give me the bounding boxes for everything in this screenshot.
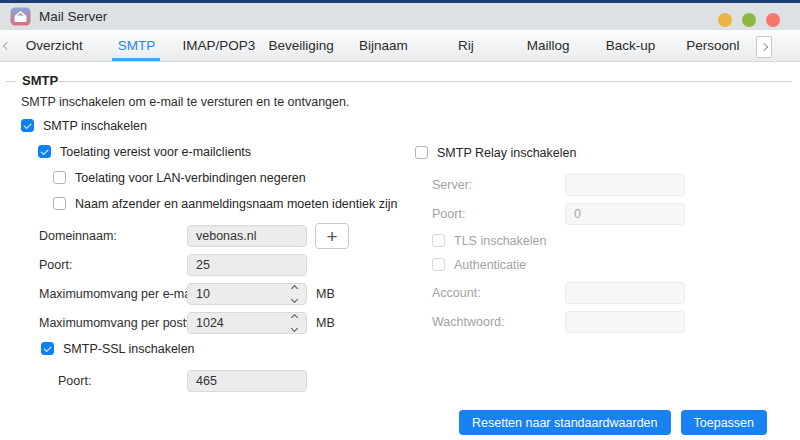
check-icon (44, 344, 51, 351)
relay-tls-row: TLS inschakelen (432, 234, 790, 247)
sender-match-row: Naam afzender en aanmeldingsnaam moeten … (53, 197, 406, 210)
tab-backup[interactable]: Back-up (589, 30, 671, 61)
mail-server-window: Mail Server Overzicht SMTP IMAP/POP3 Bev… (0, 3, 800, 440)
tab-bar: Overzicht SMTP IMAP/POP3 Beveiliging Bij… (0, 30, 800, 62)
relay-port-row: Poort: (415, 201, 790, 227)
plus-icon: + (326, 227, 337, 246)
enable-ssl-checkbox[interactable] (41, 342, 54, 355)
relay-tls-label: TLS inschakelen (454, 234, 546, 248)
tab-bijnaam[interactable]: Bijnaam (342, 30, 424, 61)
max-mailbox-size-spinner[interactable] (288, 315, 300, 331)
auth-required-row: Toelating vereist voor e-mailclients (38, 145, 406, 158)
max-mailbox-size-row: Maximumomvang per postvak: MB (21, 310, 406, 336)
domain-input[interactable] (187, 225, 307, 247)
skip-lan-auth-checkbox[interactable] (53, 171, 66, 184)
close-button[interactable] (766, 13, 780, 27)
auth-required-checkbox[interactable] (38, 145, 51, 158)
tab-smtp[interactable]: SMTP (95, 30, 177, 61)
chevron-left-icon (3, 41, 11, 49)
enable-relay-row: SMTP Relay inschakelen (415, 146, 790, 159)
check-icon (41, 147, 48, 154)
sender-match-label: Naam afzender en aanmeldingsnaam moeten … (75, 197, 397, 211)
section-legend: SMTP (0, 73, 800, 89)
relay-port-input[interactable] (565, 203, 685, 225)
tab-maillog[interactable]: Maillog (507, 30, 589, 61)
tab-list: Overzicht SMTP IMAP/POP3 Beveiliging Bij… (13, 30, 754, 61)
add-domain-button[interactable]: + (315, 223, 349, 249)
ssl-port-input[interactable] (187, 370, 307, 392)
smtp-relay-column: SMTP Relay inschakelen Server: Poort: TL… (415, 146, 790, 338)
smtp-port-row: Poort: (21, 252, 406, 278)
tab-beveiliging[interactable]: Beveiliging (260, 30, 342, 61)
smtp-settings-column: SMTP inschakelen Toelating vereist voor … (21, 119, 406, 397)
chevron-right-icon (760, 43, 768, 51)
tab-rij[interactable]: Rij (425, 30, 507, 61)
max-mail-size-row: Maximumomvang per e-mail: MB (21, 281, 406, 307)
relay-server-label: Server: (432, 178, 565, 192)
tab-persoonlijk[interactable]: Persoonl (672, 30, 754, 61)
auth-required-label: Toelating vereist voor e-mailclients (60, 145, 251, 159)
max-mail-size-unit: MB (316, 287, 335, 301)
relay-account-label: Account: (432, 286, 565, 300)
domain-row: Domeinnaam: + (21, 223, 406, 249)
section-title: SMTP (22, 73, 58, 88)
ssl-port-row: Poort: (21, 368, 406, 394)
relay-auth-checkbox[interactable] (432, 258, 445, 271)
tab-scroll-left-button[interactable] (1, 30, 13, 61)
relay-password-input[interactable] (565, 311, 685, 333)
spin-down-icon[interactable] (290, 296, 297, 303)
maximize-button[interactable] (742, 13, 756, 27)
footer-actions: Resetten naar standaardwaarden Toepassen (459, 410, 767, 435)
spin-down-icon[interactable] (290, 325, 297, 332)
window-controls (718, 13, 780, 27)
enable-smtp-row: SMTP inschakelen (21, 119, 406, 132)
relay-tls-checkbox[interactable] (432, 234, 445, 247)
spin-up-icon[interactable] (290, 285, 297, 292)
relay-auth-label: Authenticatie (454, 258, 526, 272)
enable-ssl-label: SMTP-SSL inschakelen (63, 342, 195, 356)
relay-server-input[interactable] (565, 174, 685, 196)
section-description: SMTP inschakelen om e-mail te versturen … (21, 95, 349, 109)
max-mail-size-label: Maximumomvang per e-mail: (39, 287, 187, 301)
ssl-port-label: Poort: (58, 374, 187, 388)
window-titlebar: Mail Server (0, 3, 800, 30)
relay-password-label: Wachtwoord: (432, 315, 565, 329)
mail-app-icon (10, 7, 31, 26)
tab-scroll-right-button[interactable] (756, 36, 772, 58)
relay-password-row: Wachtwoord: (415, 309, 790, 335)
reset-defaults-button[interactable]: Resetten naar standaardwaarden (459, 410, 671, 435)
enable-smtp-label: SMTP inschakelen (43, 119, 147, 133)
relay-auth-row: Authenticatie (432, 258, 790, 271)
smtp-port-label: Poort: (39, 258, 187, 272)
relay-account-input[interactable] (565, 282, 685, 304)
spin-up-icon[interactable] (290, 314, 297, 321)
relay-server-row: Server: (415, 172, 790, 198)
relay-port-label: Poort: (432, 207, 565, 221)
relay-account-row: Account: (415, 280, 790, 306)
tab-overzicht[interactable]: Overzicht (13, 30, 95, 61)
smtp-port-input[interactable] (187, 254, 307, 276)
apply-button[interactable]: Toepassen (681, 410, 767, 435)
max-mail-size-spinner[interactable] (288, 286, 300, 302)
enable-relay-checkbox[interactable] (415, 146, 428, 159)
skip-lan-auth-row: Toelating voor LAN-verbindingen negeren (53, 171, 406, 184)
check-icon (24, 121, 31, 128)
minimize-button[interactable] (718, 13, 732, 27)
enable-relay-label: SMTP Relay inschakelen (437, 146, 576, 160)
max-mailbox-size-label: Maximumomvang per postvak: (39, 316, 187, 330)
domain-label: Domeinnaam: (39, 229, 187, 243)
smtp-settings-panel: SMTP SMTP inschakelen om e-mail te verst… (0, 62, 800, 440)
enable-smtp-checkbox[interactable] (21, 119, 34, 132)
skip-lan-auth-label: Toelating voor LAN-verbindingen negeren (75, 171, 306, 185)
sender-match-checkbox[interactable] (53, 197, 66, 210)
enable-ssl-row: SMTP-SSL inschakelen (41, 342, 406, 355)
max-mailbox-size-unit: MB (316, 316, 335, 330)
tab-imap-pop3[interactable]: IMAP/POP3 (178, 30, 260, 61)
window-title: Mail Server (39, 9, 107, 24)
